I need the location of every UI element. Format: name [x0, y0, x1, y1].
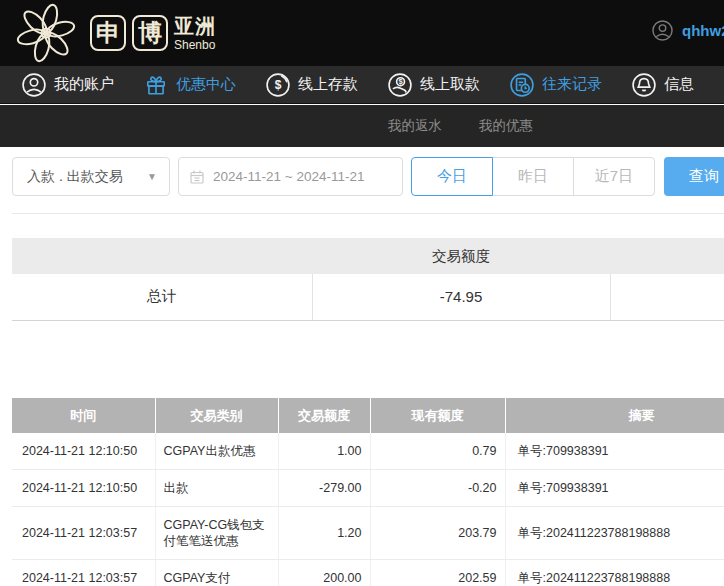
brand-region: 亚洲 Shenbo	[174, 16, 216, 51]
transaction-type-select[interactable]: 入款 . 出款交易 ▼	[12, 157, 170, 196]
summary-total-label: 总计	[12, 274, 312, 320]
cell-summary: 单号:709938391	[505, 433, 724, 470]
last7days-button[interactable]: 近7日	[573, 157, 655, 196]
table-row: 2024-11-21 12:10:50 出款 -279.00 -0.20 单号:…	[12, 470, 724, 507]
brand-name-en: Shenbo	[174, 39, 216, 51]
col-time: 时间	[12, 398, 155, 433]
table-header-row: 时间 交易类别 交易额度 现有额度 摘要	[12, 398, 724, 433]
nav-item-records[interactable]: 往来记录	[510, 73, 602, 97]
nav-item-deposit[interactable]: $ 线上存款	[266, 73, 358, 97]
nav-label: 信息	[664, 75, 694, 94]
main-nav: 我的账户 优惠中心 $ 线上存	[0, 66, 724, 104]
subnav-item-rebate[interactable]: 我的返水	[388, 117, 442, 135]
col-type: 交易类别	[155, 398, 278, 433]
cell-type: CGPAY-CG钱包支付笔笔送优惠	[155, 507, 278, 560]
username-label: qhhw2	[682, 22, 724, 39]
brand-region-cn: 亚洲	[174, 16, 216, 36]
summary-total-row: 总计 -74.95	[12, 274, 724, 320]
brand-char-1: 申	[90, 15, 126, 51]
brand-logo[interactable]: 申 博 亚洲 Shenbo	[14, 1, 216, 65]
nav-label: 线上取款	[420, 75, 480, 94]
transactions-table: 时间 交易类别 交易额度 现有额度 摘要 2024-11-21 12:10:50…	[12, 398, 724, 586]
col-amount: 交易额度	[278, 398, 370, 433]
nav-label: 我的账户	[54, 75, 114, 94]
top-bar: 申 博 亚洲 Shenbo qhhw2	[0, 0, 724, 66]
filter-toolbar: 入款 . 出款交易 ▼ 2024-11-21 ~ 2024-11-21 今日 昨…	[12, 157, 724, 196]
cell-type: 出款	[155, 470, 278, 507]
transaction-records-page: 申 博 亚洲 Shenbo qhhw2	[0, 0, 724, 586]
nav-item-promotions[interactable]: 优惠中心	[144, 73, 236, 97]
subnav-item-promos[interactable]: 我的优惠	[479, 117, 533, 135]
transaction-type-value: 入款 . 出款交易	[27, 168, 123, 186]
bell-icon	[632, 73, 656, 97]
nav-item-my-account[interactable]: 我的账户	[22, 73, 114, 97]
cell-type: CGPAY出款优惠	[155, 433, 278, 470]
summary-total-value: -74.95	[312, 274, 610, 320]
summary-header-empty	[610, 238, 724, 274]
cell-time: 2024-11-21 12:03:57	[12, 560, 155, 586]
user-icon	[22, 73, 46, 97]
cell-balance: 0.79	[370, 433, 505, 470]
svg-text:$: $	[275, 78, 282, 92]
summary-header-empty	[12, 238, 312, 274]
col-balance: 现有额度	[370, 398, 505, 433]
cell-amount: 1.20	[278, 507, 370, 560]
svg-text:$: $	[398, 77, 403, 86]
nav-item-withdraw[interactable]: $ 线上取款	[388, 73, 480, 97]
cell-summary: 单号:202411223788198888	[505, 507, 724, 560]
cell-balance: 202.59	[370, 560, 505, 586]
records-clipboard-icon	[510, 73, 534, 97]
cell-type: CGPAY支付	[155, 560, 278, 586]
table-row: 2024-11-21 12:10:50 CGPAY出款优惠 1.00 0.79 …	[12, 433, 724, 470]
brand-characters: 申 博	[90, 15, 168, 51]
cell-summary: 单号:709938391	[505, 470, 724, 507]
cell-balance: 203.79	[370, 507, 505, 560]
nav-label: 往来记录	[542, 75, 602, 94]
table-row: 2024-11-21 12:03:57 CGPAY-CG钱包支付笔笔送优惠 1.…	[12, 507, 724, 560]
summary-header-row: 交易额度	[12, 238, 724, 274]
flower-logo-icon	[14, 1, 78, 65]
sub-nav: 我的返水 我的优惠	[0, 105, 724, 147]
date-range-input[interactable]: 2024-11-21 ~ 2024-11-21	[178, 157, 403, 196]
user-account[interactable]: qhhw2	[652, 20, 724, 41]
today-button[interactable]: 今日	[411, 157, 493, 196]
cell-balance: -0.20	[370, 470, 505, 507]
calendar-icon	[189, 169, 205, 185]
date-range-value: 2024-11-21 ~ 2024-11-21	[213, 169, 365, 184]
cell-time: 2024-11-21 12:10:50	[12, 470, 155, 507]
summary-empty-cell	[610, 274, 724, 320]
cell-amount: 1.00	[278, 433, 370, 470]
cell-summary: 单号:202411223788198888	[505, 560, 724, 586]
nav-item-messages[interactable]: 信息	[632, 73, 694, 97]
yesterday-button[interactable]: 昨日	[492, 157, 574, 196]
gift-icon	[144, 73, 168, 97]
quick-date-group: 今日 昨日 近7日	[411, 157, 655, 196]
table-row: 2024-11-21 12:03:57 CGPAY支付 200.00 202.5…	[12, 560, 724, 586]
nav-label: 优惠中心	[176, 75, 236, 94]
deposit-coin-icon: $	[266, 73, 290, 97]
query-button[interactable]: 查询	[664, 157, 724, 196]
col-summary: 摘要	[505, 398, 724, 433]
cell-amount: -279.00	[278, 470, 370, 507]
cell-amount: 200.00	[278, 560, 370, 586]
chevron-down-icon: ▼	[147, 171, 157, 182]
summary-table: 交易额度 总计 -74.95	[12, 238, 724, 321]
section-divider	[12, 213, 724, 214]
user-avatar-icon	[652, 20, 673, 41]
nav-label: 线上存款	[298, 75, 358, 94]
cell-time: 2024-11-21 12:10:50	[12, 433, 155, 470]
withdraw-hand-icon: $	[388, 73, 412, 97]
cell-time: 2024-11-21 12:03:57	[12, 507, 155, 560]
brand-char-2: 博	[132, 15, 168, 51]
summary-header-amount: 交易额度	[312, 238, 610, 274]
